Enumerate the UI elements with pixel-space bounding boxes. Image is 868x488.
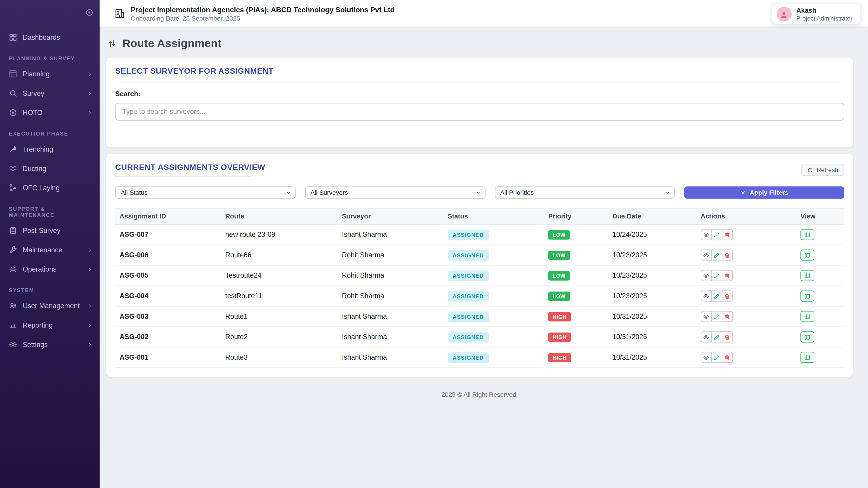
view-on-map-button[interactable]: [800, 229, 814, 240]
sidebar-item-maintenance[interactable]: Maintenance: [0, 240, 100, 260]
sidebar-item-planning[interactable]: Planning: [0, 64, 100, 84]
view-assignment-button[interactable]: [701, 311, 712, 322]
surveyor-filter-select[interactable]: All Surveyors: [305, 186, 485, 199]
status-badge: ASSIGNED: [447, 291, 489, 301]
eye-icon: [703, 232, 709, 238]
sidebar-item-label: Operations: [23, 265, 81, 273]
cell-view: [796, 327, 844, 347]
eye-icon: [703, 293, 709, 299]
edit-assignment-button[interactable]: [711, 352, 722, 363]
delete-assignment-button[interactable]: [721, 270, 733, 281]
priority-filter-select[interactable]: All Priorities: [495, 186, 675, 199]
edit-assignment-button[interactable]: [711, 311, 722, 322]
trash-icon: [724, 334, 730, 340]
table-header-row: Assignment IDRouteSurveyorStatusPriority…: [115, 208, 844, 224]
status-badge: ASSIGNED: [447, 250, 489, 260]
column-header-actions: Actions: [696, 208, 796, 224]
assignment-row-asg-001: ASG-001Route3Ishant SharmaASSIGNEDHIGH10…: [115, 347, 844, 368]
sidebar-item-ofc-laying[interactable]: OFC Laying: [0, 178, 100, 198]
sidebar-item-trenching[interactable]: Trenching: [0, 139, 100, 159]
view-assignment-button[interactable]: [701, 331, 712, 343]
priority-filter-value: All Priorities: [500, 189, 534, 196]
view-on-map-button[interactable]: [800, 352, 814, 363]
delete-assignment-button[interactable]: [721, 331, 733, 343]
sidebar-section-header-support-maintenance: SUPPORT & MAINTENANCE: [0, 197, 100, 221]
clipboard-icon: [9, 226, 17, 235]
pencil-icon: [714, 293, 720, 299]
surveyor-search-input[interactable]: [115, 103, 844, 121]
cell-route: Route3: [221, 347, 338, 368]
apply-filters-button[interactable]: Apply Filters: [684, 186, 844, 199]
sidebar-item-dashboards[interactable]: Dashboards: [0, 28, 100, 47]
sidebar-item-survey[interactable]: Survey: [0, 84, 100, 103]
edit-assignment-button[interactable]: [711, 331, 722, 343]
delete-assignment-button[interactable]: [721, 352, 733, 363]
column-header-due-date: Due Date: [608, 208, 696, 224]
priority-badge: LOW: [548, 250, 570, 260]
sidebar-item-label: Dashboards: [23, 33, 92, 41]
view-assignment-button[interactable]: [701, 291, 712, 302]
eye-icon: [703, 272, 709, 279]
sidebar-item-operations[interactable]: Operations: [0, 260, 100, 279]
view-on-map-button[interactable]: [800, 291, 814, 302]
cell-due-date: 10/23/2025: [608, 286, 696, 306]
cell-priority: HIGH: [544, 347, 608, 368]
chevron-right-icon: [87, 247, 92, 252]
assignment-row-asg-004: ASG-004testRoute11Rohit SharmaASSIGNEDLO…: [115, 286, 844, 306]
status-badge: ASSIGNED: [447, 332, 489, 342]
organization-title: Project Implementation Agencies (PIAs): …: [131, 5, 395, 13]
shovel-icon: [9, 145, 17, 153]
sidebar-section-header-system: SYSTEM: [0, 279, 100, 296]
cell-assignment-id: ASG-001: [115, 347, 221, 368]
cell-status: ASSIGNED: [443, 245, 544, 265]
sidebar-item-post-survey[interactable]: Post-Survey: [0, 221, 100, 240]
view-assignment-button[interactable]: [701, 270, 712, 281]
assignment-row-asg-005: ASG-005Testroute24Rohit SharmaASSIGNEDLO…: [115, 265, 844, 286]
edit-assignment-button[interactable]: [711, 291, 722, 302]
chart-icon: [9, 321, 17, 329]
map-icon: [804, 355, 810, 361]
view-assignment-button[interactable]: [701, 352, 712, 363]
sidebar-item-user-management[interactable]: User Management: [0, 296, 100, 315]
delete-assignment-button[interactable]: [721, 250, 733, 260]
assignments-overview-card: CURRENT ASSIGNMENTS OVERVIEW Refresh All…: [106, 154, 853, 377]
view-on-map-button[interactable]: [800, 311, 814, 322]
edit-assignment-button[interactable]: [711, 250, 722, 260]
view-on-map-button[interactable]: [800, 270, 814, 281]
cell-actions: [696, 347, 796, 368]
view-assignment-button[interactable]: [701, 250, 712, 260]
waves-icon: [9, 164, 17, 173]
sidebar-item-reporting[interactable]: Reporting: [0, 315, 100, 335]
cell-due-date: 10/31/2025: [608, 347, 696, 368]
cell-view: [796, 245, 844, 265]
sidebar-toggle-button[interactable]: [85, 8, 94, 18]
delete-assignment-button[interactable]: [721, 291, 733, 302]
sidebar-item-label: Maintenance: [23, 246, 81, 254]
assignment-row-asg-003: ASG-003Route1Ishant SharmaASSIGNEDHIGH10…: [115, 306, 844, 327]
pencil-icon: [714, 232, 720, 238]
avatar: [776, 6, 792, 22]
user-profile-card[interactable]: Akash Project Administrator: [772, 4, 860, 24]
edit-assignment-button[interactable]: [711, 270, 722, 281]
pencil-icon: [714, 313, 720, 320]
sidebar-item-hoto[interactable]: HOTO: [0, 103, 100, 123]
cell-route: new route 23-09: [221, 224, 338, 245]
actions-button-group: [701, 229, 733, 240]
sidebar-item-settings[interactable]: Settings: [0, 335, 100, 354]
view-on-map-button[interactable]: [800, 250, 814, 260]
delete-assignment-button[interactable]: [721, 311, 733, 322]
cell-assignment-id: ASG-002: [115, 327, 221, 347]
cell-route: Testroute24: [221, 265, 338, 286]
edit-assignment-button[interactable]: [711, 229, 722, 240]
view-assignment-button[interactable]: [701, 229, 712, 240]
priority-badge: LOW: [548, 271, 570, 281]
chevron-right-icon: [87, 90, 92, 96]
delete-assignment-button[interactable]: [721, 229, 733, 240]
view-on-map-button[interactable]: [800, 331, 814, 343]
cell-status: ASSIGNED: [443, 265, 544, 286]
sidebar-item-ducting[interactable]: Ducting: [0, 159, 100, 178]
grid-icon: [9, 33, 17, 41]
surveyor-filter-value: All Surveyors: [310, 189, 348, 196]
refresh-button[interactable]: Refresh: [801, 164, 844, 176]
status-filter-select[interactable]: All Status: [115, 186, 296, 199]
